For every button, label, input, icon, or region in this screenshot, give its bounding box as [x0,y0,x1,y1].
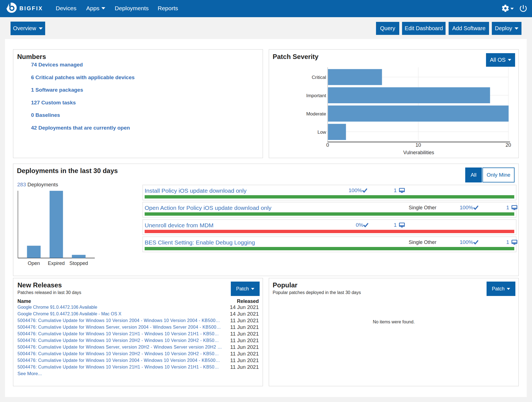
svg-text:0: 0 [326,142,329,148]
svg-text:Stopped: Stopped [69,261,88,266]
svg-text:Expired: Expired [48,261,65,266]
svg-text:Low: Low [318,130,326,135]
svg-text:Moderate: Moderate [306,111,326,117]
svg-text:Critical: Critical [312,75,326,80]
svg-text:20: 20 [506,142,511,148]
svg-text:Vulnerabilities: Vulnerabilities [403,150,434,155]
svg-text:Open: Open [28,261,40,266]
svg-text:Important: Important [306,93,326,98]
svg-text:10: 10 [416,142,421,148]
